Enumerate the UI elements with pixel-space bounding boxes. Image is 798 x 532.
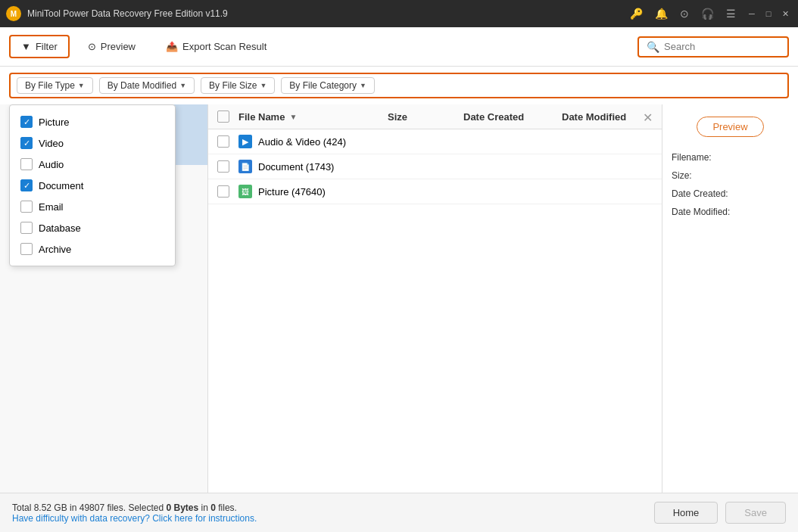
- file-type-dropdown: Picture Video Audio Document Email Datab…: [9, 104, 176, 266]
- filter-bar-container: By File Type ▼ By Date Modified ▼ By Fil…: [0, 67, 798, 104]
- dropdown-item-audio-label: Audio: [39, 159, 64, 170]
- status-text: Total 8.52 GB in 49807 files. Selected 0…: [12, 502, 654, 524]
- filter-file-size-arrow: ▼: [260, 82, 267, 89]
- size-label: Size:: [672, 170, 692, 181]
- dropdown-item-video-label: Video: [39, 138, 64, 149]
- search-icon: 🔍: [647, 41, 659, 53]
- preview-icon: ⊙: [88, 41, 96, 52]
- row-name-col: 🖼 Picture (47640): [238, 185, 388, 198]
- filter-date-modified-arrow: ▼: [179, 82, 186, 89]
- dropdown-item-archive-label: Archive: [39, 244, 71, 255]
- dropdown-item-audio[interactable]: Audio: [10, 154, 175, 175]
- row-checkbox-av[interactable]: [217, 135, 229, 148]
- key-icon[interactable]: 🔑: [627, 6, 646, 21]
- file-info-filename: Filename:: [672, 152, 789, 163]
- window-controls: ─ □ ✕: [745, 7, 792, 20]
- dropdown-item-email[interactable]: Email: [10, 196, 175, 217]
- checkbox-email[interactable]: [20, 201, 33, 213]
- selected-files-count: 0: [210, 502, 216, 513]
- file-info: Filename: Size: Date Created: Date Modif…: [672, 152, 789, 225]
- header-date-modified-label: Date Modified: [562, 111, 626, 123]
- row-checkbox-doc[interactable]: [217, 160, 229, 173]
- help-link[interactable]: Have difficulty with data recovery? Clic…: [12, 513, 257, 524]
- minimize-button[interactable]: ─: [745, 7, 759, 20]
- files-text: files.: [218, 502, 237, 513]
- filter-label: Filter: [36, 41, 58, 52]
- app-logo: M: [6, 6, 21, 21]
- date-created-label: Date Created:: [672, 188, 728, 199]
- row-name-col: ▶ Audio & Video (424): [238, 135, 388, 148]
- filter-file-type-arrow: ▼: [78, 82, 85, 89]
- checkbox-document[interactable]: [20, 179, 33, 191]
- export-label: Export Scan Result: [182, 41, 267, 52]
- table-row[interactable]: 🖼 Picture (47640): [208, 179, 662, 204]
- select-all-checkbox[interactable]: [217, 110, 229, 123]
- checkbox-picture[interactable]: [20, 116, 33, 128]
- headphone-icon[interactable]: 🎧: [698, 6, 717, 21]
- row-checkbox-col: [217, 160, 238, 173]
- main-content: Picture Video Audio Document Email Datab…: [0, 104, 798, 493]
- filter-by-file-category[interactable]: By File Category ▼: [281, 77, 375, 94]
- status-bar: Total 8.52 GB in 49807 files. Selected 0…: [0, 493, 798, 532]
- dropdown-item-database-label: Database: [39, 222, 81, 234]
- logo-letter: M: [11, 10, 17, 18]
- checkbox-archive[interactable]: [20, 243, 33, 255]
- preview-label: Preview: [101, 41, 136, 52]
- close-panel-button[interactable]: ✕: [643, 110, 653, 125]
- row-checkbox-pic[interactable]: [217, 185, 229, 198]
- filter-date-modified-label: By Date Modified: [108, 80, 176, 91]
- dropdown-item-video[interactable]: Video: [10, 132, 175, 154]
- dropdown-item-email-label: Email: [39, 201, 64, 213]
- header-date-modified-col: Date Modified: [562, 111, 653, 123]
- checkbox-database[interactable]: [20, 222, 33, 234]
- filter-by-file-type[interactable]: By File Type ▼: [17, 77, 93, 94]
- preview-panel-label: Preview: [712, 121, 747, 132]
- pic-icon: 🖼: [238, 185, 252, 198]
- circle-icon[interactable]: ⊙: [677, 6, 692, 21]
- in-text: in: [201, 502, 211, 513]
- title-bar: M MiniTool Power Data Recovery Free Edit…: [0, 0, 798, 27]
- filter-button[interactable]: ▼ Filter: [9, 35, 70, 58]
- header-filename-col: File Name ▼: [238, 111, 388, 123]
- dropdown-item-document[interactable]: Document: [10, 175, 175, 196]
- app-title: MiniTool Power Data Recovery Free Editio…: [27, 8, 627, 19]
- row-checkbox-col: [217, 135, 238, 148]
- home-button[interactable]: Home: [654, 502, 719, 524]
- selected-prefix: Selected: [128, 502, 166, 513]
- file-info-size: Size:: [672, 170, 789, 181]
- table-row[interactable]: 📄 Document (1743): [208, 154, 662, 179]
- dropdown-item-archive[interactable]: Archive: [10, 238, 175, 260]
- save-button[interactable]: Save: [725, 502, 786, 524]
- dropdown-item-database[interactable]: Database: [10, 217, 175, 238]
- filter-file-category-label: By File Category: [289, 80, 357, 91]
- filter-by-date-modified[interactable]: By Date Modified ▼: [99, 77, 195, 94]
- preview-panel-button[interactable]: Preview: [697, 117, 763, 137]
- filter-by-file-size[interactable]: By File Size ▼: [201, 77, 275, 94]
- toolbar: ▼ Filter ⊙ Preview 📤 Export Scan Result …: [0, 27, 798, 67]
- filter-file-size-label: By File Size: [209, 80, 257, 91]
- header-size-col: Size: [388, 111, 463, 123]
- bell-icon[interactable]: 🔔: [652, 6, 671, 21]
- filename-sort-icon[interactable]: ▼: [289, 113, 297, 121]
- dropdown-item-document-label: Document: [39, 180, 83, 191]
- table-row[interactable]: ▶ Audio & Video (424): [208, 129, 662, 154]
- checkbox-video[interactable]: [20, 137, 33, 149]
- filename-label: Filename:: [672, 152, 712, 163]
- status-buttons: Home Save: [654, 502, 786, 524]
- menu-icon[interactable]: ☰: [723, 6, 739, 21]
- export-button[interactable]: 📤 Export Scan Result: [154, 35, 279, 58]
- search-box[interactable]: 🔍: [637, 36, 789, 58]
- file-table-header: File Name ▼ Size Date Created Date Modif…: [208, 104, 662, 129]
- filter-file-type-label: By File Type: [25, 80, 75, 91]
- search-input[interactable]: [664, 41, 780, 52]
- close-button[interactable]: ✕: [778, 7, 792, 20]
- row-filename-av: Audio & Video (424): [258, 136, 346, 148]
- title-bar-icons: 🔑 🔔 ⊙ 🎧 ☰: [627, 6, 739, 21]
- preview-button[interactable]: ⊙ Preview: [76, 35, 148, 58]
- dropdown-item-picture[interactable]: Picture: [10, 111, 175, 132]
- header-date-created-col: Date Created: [463, 111, 562, 123]
- maximize-button[interactable]: □: [762, 7, 775, 20]
- doc-icon: 📄: [238, 160, 252, 173]
- checkbox-audio[interactable]: [20, 158, 33, 170]
- right-panel: Preview Filename: Size: Date Created: Da…: [662, 104, 798, 493]
